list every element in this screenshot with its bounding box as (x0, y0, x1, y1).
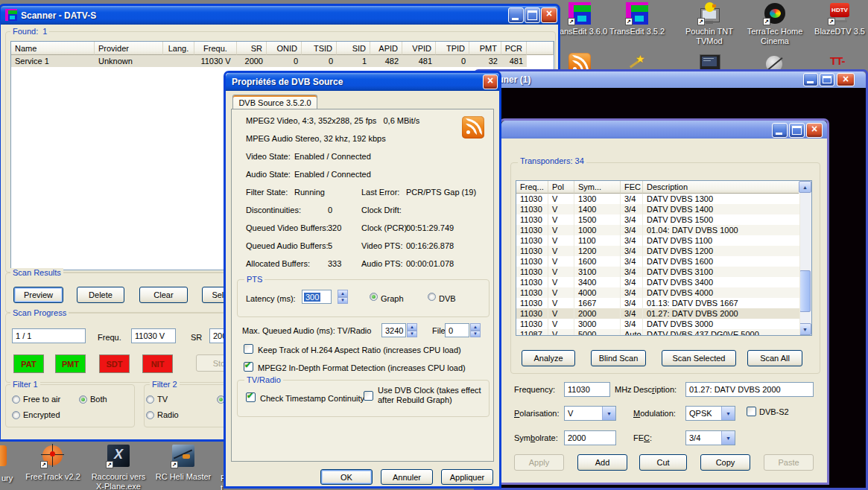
desktop-icon-label[interactable]: Raccourci vers (85, 472, 152, 481)
tv-radio-ms-spinner[interactable]: ▲ ▼ (407, 323, 417, 337)
latency-field[interactable]: 300 (302, 290, 332, 304)
file-ms-spinner[interactable]: ▲ ▼ (470, 323, 481, 337)
close-button[interactable] (541, 7, 557, 23)
column-header[interactable]: Lang. (163, 42, 194, 55)
close-button[interactable] (837, 73, 855, 86)
apply-button[interactable]: Apply (514, 454, 564, 471)
column-header[interactable]: VPID (402, 42, 436, 55)
mpeg2-indepth-checkbox[interactable] (244, 362, 253, 372)
ok-button[interactable]: OK (320, 469, 373, 485)
transponder-row[interactable]: 11030V16673/401.13: DATV DVBS 1667 (516, 298, 799, 308)
h264-aspect-checkbox[interactable] (244, 344, 253, 354)
service-row[interactable]: Service 1Unknown11030 V20000014824810324… (11, 55, 527, 67)
scan-all-button[interactable]: Scan All (747, 350, 802, 366)
rc-heli-icon[interactable]: ↗ (171, 444, 195, 468)
delete-button[interactable]: Delete (77, 287, 124, 303)
transponder-row[interactable]: 11030V15003/4DATV DVBS 1500 (516, 214, 799, 225)
chevron-down-icon[interactable]: ▼ (721, 407, 735, 420)
frequ-field[interactable]: 11030 V (131, 328, 176, 343)
scan-selected-button[interactable]: Scan Selected (662, 350, 736, 366)
desktop-icon-label[interactable]: FreeTrack v2.2 (19, 472, 86, 481)
paste-button[interactable]: Paste (764, 454, 814, 471)
column-header[interactable]: FEC (621, 181, 643, 194)
desktop-icon-label[interactable]: X-Plane.exe (85, 482, 152, 490)
tab-dvb-source[interactable]: DVB Source 3.5.2.0 (232, 95, 317, 110)
transponder-row[interactable]: 11087V5000AutoDATV DVBS 437 DG0VE 5000 (516, 329, 799, 336)
dvbs2-checkbox[interactable] (747, 407, 756, 416)
transponder-row[interactable]: 11030V12003/4DATV DVBS 1200 (516, 246, 799, 256)
add-button[interactable]: Add (577, 454, 627, 471)
encrypted-radio[interactable] (12, 411, 20, 419)
freetrack-icon[interactable]: ↗ (41, 444, 65, 468)
column-header[interactable]: SID (337, 42, 370, 55)
use-dvb-clock-checkbox[interactable] (364, 391, 373, 401)
column-header[interactable]: TPID (436, 42, 469, 55)
scrollbar-up-button[interactable]: ▲ (799, 181, 811, 193)
transponder-row[interactable]: 11030V13003/4DATV DVBS 1300 (516, 194, 799, 204)
transponders-table[interactable]: Freq...PolSym...FECDescription ▲ ▼ 11030… (516, 180, 812, 336)
graph-radio[interactable] (370, 293, 378, 301)
frequency-field[interactable]: 11030 (564, 382, 610, 397)
pouchin-tnt-icon[interactable]: ↗ (698, 2, 720, 25)
scrollbar-down-button[interactable]: ▼ (799, 323, 811, 335)
column-header[interactable]: Description (643, 181, 800, 194)
desktop-icon-label[interactable]: TransEdit 3.5.2 (604, 27, 671, 36)
spinner-up-icon[interactable]: ▲ (470, 323, 481, 331)
column-header[interactable]: Freq... (516, 181, 548, 194)
transponder-row[interactable]: 11030V30003/4DATV DVBS 3000 (516, 319, 799, 329)
free-to-air-radio[interactable] (12, 395, 20, 404)
both-radio[interactable] (79, 395, 87, 404)
desktop-icon-label[interactable]: TerraTec Home (741, 27, 808, 36)
description-field[interactable]: 01.27: DATV DVBS 2000 (685, 382, 814, 397)
spinner-up-icon[interactable]: ▲ (338, 290, 348, 297)
clipped-desktop-icon[interactable] (0, 445, 7, 466)
column-header[interactable]: Provider (95, 42, 163, 55)
scanner-titlebar[interactable]: Scanner - DATV-S (1, 6, 558, 25)
column-header[interactable]: Frequ. (194, 42, 237, 55)
scrollbar-thumb[interactable] (799, 270, 811, 312)
apply-button[interactable]: Appliquer (441, 469, 493, 485)
transponder-row[interactable]: 11030V10003/401.04: DATV DVBS 1000 (516, 225, 799, 235)
copy-button[interactable]: Copy (700, 454, 750, 471)
transedit-360-icon[interactable]: ↗ (568, 2, 591, 25)
blazedtv-icon[interactable]: HDTV ↗ (829, 2, 851, 25)
dialog-titlebar[interactable]: Propriétés de DVB Source (226, 73, 499, 91)
transponder-row[interactable]: 11030V14003/4DATV DVBS 1400 (516, 204, 799, 214)
column-header[interactable]: Name (11, 42, 95, 55)
desktop-icon-label[interactable]: RC Heli Master (150, 472, 217, 481)
minimize-button[interactable] (508, 7, 524, 23)
fec-select[interactable]: 3/4 ▼ (685, 430, 735, 445)
chevron-down-icon[interactable]: ▼ (721, 431, 735, 445)
modulation-select[interactable]: QPSK ▼ (685, 406, 735, 421)
transponder-row[interactable]: 11030V34003/4DATV DVBS 3400 (516, 277, 799, 287)
transponder-row[interactable]: 11030V20003/401.27: DATV DVBS 2000 (516, 308, 799, 319)
transponder-row[interactable]: 11030V11003/4DATV DVBS 1100 (516, 235, 799, 246)
analyze-button[interactable]: Analyze (522, 350, 575, 366)
column-header[interactable]: Pol (548, 181, 574, 194)
transponder-row[interactable]: 11030V40003/4DATV DVBS 4000 (516, 287, 799, 298)
transponder-row[interactable]: 11030V31003/4DATV DVBS 3100 (516, 267, 799, 277)
transponders-titlebar[interactable] (501, 121, 827, 139)
latency-spinner[interactable]: ▲ ▼ (338, 290, 348, 304)
cancel-button[interactable]: Annuler (381, 469, 433, 485)
dvb-radio[interactable] (428, 293, 436, 301)
maximize-button[interactable] (789, 123, 805, 138)
tv-radio[interactable] (146, 395, 154, 404)
column-header[interactable]: PCR (501, 42, 527, 55)
blind-scan-button[interactable]: Blind Scan (591, 350, 646, 366)
symbolrate-field[interactable]: 2000 (564, 430, 616, 445)
chevron-down-icon[interactable]: ▼ (602, 407, 615, 420)
column-header[interactable]: Sym... (574, 181, 621, 194)
column-header[interactable]: PMT (469, 42, 501, 55)
cut-button[interactable]: Cut (639, 454, 687, 471)
file-ms-field[interactable]: 0 (445, 323, 469, 337)
column-header[interactable]: SR (237, 42, 267, 55)
spinner-down-icon[interactable]: ▼ (470, 331, 481, 338)
xplane-icon[interactable]: X ↗ (107, 444, 130, 468)
column-header[interactable]: TSID (302, 42, 337, 55)
polarisation-select[interactable]: V ▼ (564, 406, 616, 421)
desktop-icon-label[interactable]: BlazeDTV 3.5 (806, 27, 868, 36)
spinner-up-icon[interactable]: ▲ (407, 323, 417, 331)
preview-button[interactable]: Preview (13, 287, 63, 303)
desktop-icon-label[interactable]: Cinema (741, 36, 808, 45)
